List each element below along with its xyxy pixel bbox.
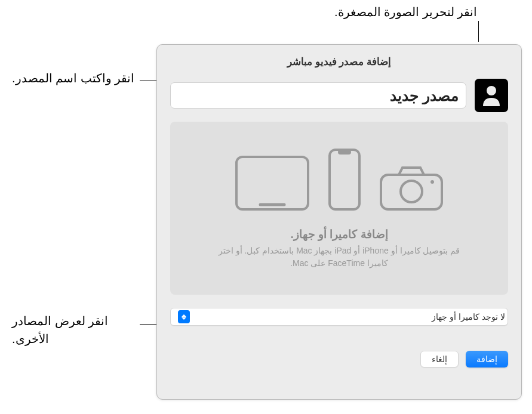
- source-name-input[interactable]: [170, 82, 466, 109]
- svg-point-2: [401, 181, 422, 202]
- svg-rect-6: [236, 157, 308, 209]
- phone-icon: [327, 147, 362, 214]
- callout-sources: انقر لعرض المصادر الأخرى.: [12, 312, 137, 348]
- person-silhouette-icon: [479, 82, 503, 109]
- updown-arrows-icon: [178, 310, 190, 323]
- add-source-window: إضافة مصدر فيديو مباشر: [156, 44, 522, 400]
- svg-point-0: [487, 86, 496, 95]
- callout-line: [140, 324, 156, 325]
- source-dropdown[interactable]: لا توجد كاميرا أو جهاز: [170, 308, 508, 326]
- dropdown-selected-label: لا توجد كاميرا أو جهاز: [432, 312, 505, 322]
- thumbnail-button[interactable]: [475, 79, 508, 112]
- callout-line: [140, 81, 156, 81]
- camera-icon: [379, 164, 444, 214]
- device-placeholder-area: إضافة كاميرا أو جهاز. قم بتوصيل كاميرا أ…: [170, 122, 508, 295]
- window-title: إضافة مصدر فيديو مباشر: [170, 55, 508, 68]
- svg-rect-5: [338, 150, 351, 155]
- callout-line: [478, 21, 479, 42]
- add-button[interactable]: إضافة: [466, 351, 508, 367]
- device-icons-row: [234, 147, 444, 214]
- cancel-button[interactable]: إلغاء: [420, 351, 459, 367]
- device-area-subtext: قم بتوصيل كاميرا أو iPhone أو iPad بجهاز…: [214, 245, 465, 270]
- tablet-icon: [234, 155, 310, 214]
- source-header-row: [170, 79, 508, 112]
- callout-name: انقر واكتب اسم المصدر.: [12, 69, 137, 87]
- button-row: إضافة إلغاء: [170, 351, 508, 367]
- callout-thumbnail: انقر لتحرير الصورة المصغرة.: [334, 3, 477, 21]
- svg-point-3: [430, 180, 434, 184]
- device-area-heading: إضافة كاميرا أو جهاز.: [290, 227, 388, 241]
- svg-rect-4: [330, 150, 359, 209]
